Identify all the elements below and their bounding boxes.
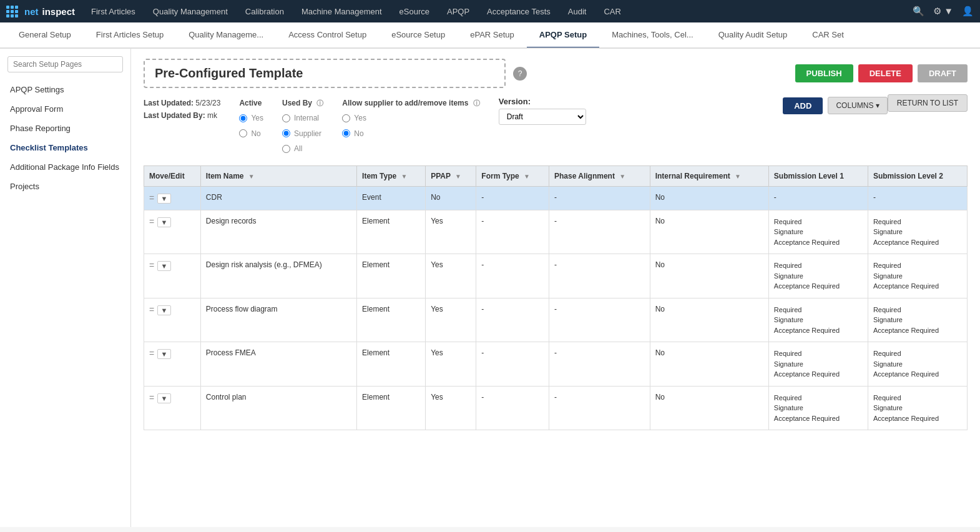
col-sub-level-1: Submission Level 1 [768, 165, 868, 186]
tab-access-control-setup[interactable]: Access Control Setup [276, 22, 379, 49]
add-button[interactable]: ADD [783, 97, 823, 114]
search-icon[interactable]: 🔍 [913, 6, 924, 17]
publish-button[interactable]: PUBLISH [795, 64, 853, 82]
tab-quality-management[interactable]: Quality Manageme... [176, 22, 276, 49]
col-item-name: Item Name ▼ [200, 165, 356, 186]
used-by-label: Used By [282, 99, 312, 107]
form-type-value: - [481, 217, 484, 225]
meta-last-updated: Last Updated: 5/23/23 Last Updated By: m… [144, 97, 220, 122]
sort-ppap-icon[interactable]: ▼ [455, 173, 461, 180]
nav-item-esource[interactable]: eSource [391, 0, 438, 22]
delete-button[interactable]: DELETE [858, 64, 913, 82]
sort-item-name-icon[interactable]: ▼ [248, 173, 255, 180]
item-type-value: Event [362, 193, 381, 202]
active-no-radio[interactable]: No [239, 127, 263, 140]
move-edit-cell: = ▼ [144, 342, 201, 387]
search-input[interactable] [7, 56, 123, 72]
nav-item-acceptance-tests[interactable]: Acceptance Tests [478, 0, 559, 22]
sub-level-2-cell: RequiredSignatureAcceptance Required [868, 386, 967, 430]
sidebar-item-approval-form[interactable]: Approval Form [0, 99, 130, 119]
last-updated-by-label: Last Updated By: [144, 111, 205, 120]
allow-no-radio[interactable]: No [342, 127, 479, 140]
form-type-cell: - [476, 210, 549, 254]
item-type-value: Element [362, 393, 390, 401]
expand-button[interactable]: ▼ [157, 217, 172, 227]
logo[interactable]: netinspect [6, 6, 75, 17]
item-name-cell: Control plan [200, 386, 356, 430]
sidebar-item-checklist-templates[interactable]: Checklist Templates [0, 138, 130, 157]
tab-first-articles-setup[interactable]: First Articles Setup [84, 22, 176, 49]
nav-item-first-articles[interactable]: First Articles [82, 0, 144, 22]
table-row: = ▼CDREventNo--No-- [144, 186, 968, 210]
draft-button[interactable]: DRAFT [918, 64, 968, 82]
version-label: Version: [499, 97, 586, 106]
sub-level-2-value: RequiredSignatureAcceptance Required [873, 306, 939, 334]
active-yes-radio[interactable]: Yes [239, 112, 263, 124]
nav-item-audit[interactable]: Audit [559, 0, 595, 22]
nav-item-quality-management[interactable]: Quality Management [144, 0, 237, 22]
sub-level-1-value: RequiredSignatureAcceptance Required [774, 218, 840, 246]
sidebar-item-apqp-settings[interactable]: APQP Settings [0, 80, 130, 99]
sidebar-item-phase-reporting[interactable]: Phase Reporting [0, 119, 130, 138]
sidebar-item-projects[interactable]: Projects [0, 177, 130, 196]
return-to-list-button[interactable]: RETURN TO LIST [888, 94, 968, 112]
tab-general-setup[interactable]: General Setup [6, 22, 84, 49]
sort-item-type-icon[interactable]: ▼ [401, 173, 408, 180]
internal-req-cell: No [650, 298, 768, 342]
expand-button[interactable]: ▼ [157, 194, 172, 204]
sub-level-1-value: - [774, 193, 777, 202]
move-handle[interactable]: = [149, 348, 155, 358]
meta-used-by: Used By ⓘ Internal Supplier All [282, 97, 323, 155]
used-by-supplier-radio[interactable]: Supplier [282, 127, 323, 140]
item-name-cell: Process flow diagram [200, 298, 356, 342]
version-select[interactable]: Draft [499, 109, 586, 125]
move-edit-cell: = ▼ [144, 254, 201, 298]
move-edit-cell: = ▼ [144, 210, 201, 254]
internal-req-cell: No [650, 342, 768, 387]
used-by-help-icon[interactable]: ⓘ [316, 99, 323, 107]
nav-item-car[interactable]: CAR [595, 0, 629, 22]
gear-icon[interactable]: ⚙ ▼ [933, 6, 953, 17]
nav-item-calibration[interactable]: Calibration [237, 0, 293, 22]
col-sub-level-2: Submission Level 2 [868, 165, 967, 186]
sub-level-2-cell: RequiredSignatureAcceptance Required [868, 342, 967, 387]
expand-button[interactable]: ▼ [157, 393, 172, 403]
active-label: Active [239, 97, 263, 109]
phase-alignment-value: - [554, 217, 557, 225]
move-handle[interactable]: = [149, 193, 155, 203]
tab-apqp-setup[interactable]: APQP Setup [527, 22, 599, 49]
expand-button[interactable]: ▼ [157, 305, 172, 315]
move-handle[interactable]: = [149, 393, 155, 403]
sub-level-1-value: RequiredSignatureAcceptance Required [774, 262, 840, 290]
nav-item-apqp[interactable]: APQP [438, 0, 478, 22]
table-row: = ▼Process flow diagramElementYes--NoReq… [144, 298, 968, 342]
sidebar-item-additional-package[interactable]: Additional Package Info Fields [0, 157, 130, 177]
tab-machines-tools[interactable]: Machines, Tools, Cel... [599, 22, 706, 49]
nav-item-machine-management[interactable]: Machine Management [293, 0, 391, 22]
tab-epar-setup[interactable]: ePAR Setup [458, 22, 527, 49]
used-by-all-radio[interactable]: All [282, 142, 323, 155]
phase-alignment-cell: - [549, 298, 650, 342]
columns-button[interactable]: COLUMNS ▾ [828, 97, 887, 114]
ppap-value: Yes [431, 348, 443, 357]
move-edit-cell: = ▼ [144, 298, 201, 342]
tab-esource-setup[interactable]: eSource Setup [379, 22, 458, 49]
allow-supplier-help-icon[interactable]: ⓘ [473, 99, 480, 107]
tab-quality-audit-setup[interactable]: Quality Audit Setup [706, 22, 800, 49]
move-handle[interactable]: = [149, 217, 155, 227]
move-handle[interactable]: = [149, 305, 155, 315]
used-by-internal-radio[interactable]: Internal [282, 112, 323, 124]
sub-level-1-cell: RequiredSignatureAcceptance Required [768, 254, 868, 298]
user-icon[interactable]: 👤 [962, 6, 974, 17]
expand-button[interactable]: ▼ [157, 349, 172, 359]
sort-internal-req-icon[interactable]: ▼ [735, 173, 741, 180]
template-name-input[interactable] [144, 59, 506, 88]
table-row: = ▼Design recordsElementYes--NoRequiredS… [144, 210, 968, 254]
expand-button[interactable]: ▼ [157, 261, 172, 271]
move-handle[interactable]: = [149, 260, 155, 270]
allow-yes-radio[interactable]: Yes [342, 112, 479, 124]
help-icon[interactable]: ? [513, 67, 527, 81]
tab-car-set[interactable]: CAR Set [800, 22, 856, 49]
sort-phase-alignment-icon[interactable]: ▼ [619, 173, 625, 180]
sort-form-type-icon[interactable]: ▼ [524, 173, 530, 180]
